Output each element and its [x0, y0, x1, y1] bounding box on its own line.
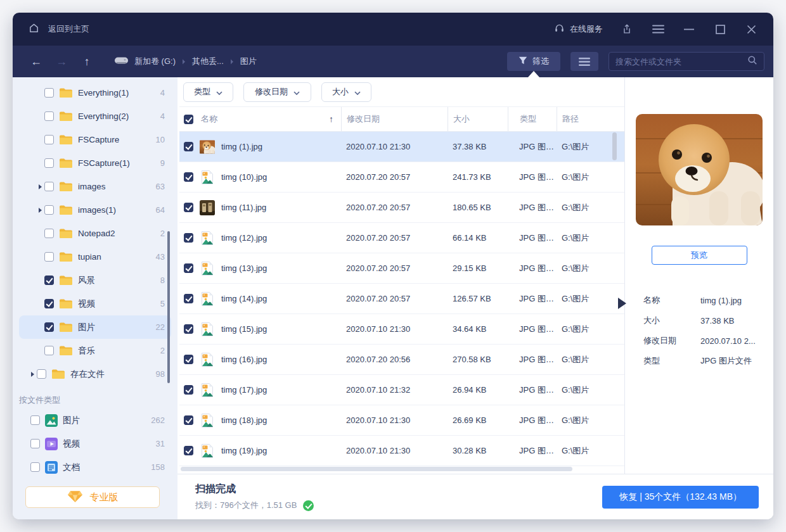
file-type-filter-item[interactable]: 文档158: [19, 455, 171, 479]
folder-checkbox[interactable]: [44, 182, 54, 191]
column-header-path[interactable]: 路径: [557, 107, 614, 131]
back-arrow-button[interactable]: ←: [29, 55, 43, 68]
folder-checkbox[interactable]: [44, 229, 54, 238]
file-row[interactable]: timg (12).jpg2020.07.20 20:5766.14 KBJPG…: [179, 223, 624, 253]
sidebar-folder-item[interactable]: 图片22: [19, 315, 171, 339]
folder-icon: [59, 111, 73, 122]
sidebar-folder-item[interactable]: 风景8: [19, 269, 171, 292]
sidebar-folder-item[interactable]: tupian43: [19, 245, 171, 269]
preview-button[interactable]: 预览: [652, 246, 747, 265]
horizontal-scrollbar[interactable]: [181, 467, 572, 471]
file-row[interactable]: timg (16).jpg2020.07.20 20:56270.58 KBJP…: [179, 345, 624, 375]
sidebar-folder-item[interactable]: 存在文件98: [19, 362, 171, 386]
file-row[interactable]: timg (15).jpg2020.07.10 21:3034.64 KBJPG…: [179, 314, 624, 345]
row-checkbox[interactable]: [184, 233, 193, 243]
sidebar-folder-item[interactable]: 音乐2: [19, 339, 171, 362]
breadcrumb-segment[interactable]: 其他丢...: [192, 56, 224, 67]
view-mode-button[interactable]: [570, 52, 598, 71]
folder-checkbox[interactable]: [44, 205, 54, 215]
row-checkbox[interactable]: [184, 385, 193, 395]
menu-button[interactable]: [651, 22, 665, 36]
sidebar-folder-item[interactable]: 视频5: [19, 292, 171, 315]
sidebar-folder-item[interactable]: FSCapture10: [19, 128, 171, 151]
file-row[interactable]: timg (17).jpg2020.07.10 21:3226.94 KBJPG…: [179, 375, 624, 405]
folder-checkbox[interactable]: [44, 322, 54, 332]
vertical-scrollbar[interactable]: [612, 132, 617, 160]
breadcrumb-segment[interactable]: 新加卷 (G:): [114, 56, 176, 67]
file-size: 270.58 KB: [448, 355, 508, 364]
type-checkbox[interactable]: [30, 415, 40, 425]
expand-arrow-icon[interactable]: [31, 372, 34, 377]
row-checkbox[interactable]: [184, 172, 193, 182]
sidebar-folder-item[interactable]: images(1)64: [19, 198, 171, 222]
item-count: 9: [160, 158, 171, 168]
close-button[interactable]: [744, 22, 758, 36]
folder-checkbox[interactable]: [37, 369, 46, 379]
row-checkbox[interactable]: [184, 446, 193, 455]
file-row[interactable]: timg (10).jpg2020.07.20 20:57241.73 KBJP…: [179, 162, 624, 193]
jpg-file-icon: [200, 231, 215, 246]
row-checkbox[interactable]: [184, 355, 193, 364]
sort-ascending-icon[interactable]: ↑: [329, 114, 333, 124]
sidebar-folder-item[interactable]: images63: [19, 175, 171, 198]
folder-checkbox[interactable]: [44, 158, 54, 168]
up-arrow-button[interactable]: ↑: [80, 55, 94, 68]
sidebar-folder-item[interactable]: Everything(1)4: [19, 81, 171, 104]
sidebar-scrollbar[interactable]: [167, 231, 170, 383]
minimize-button[interactable]: [682, 22, 696, 36]
sidebar-folder-item[interactable]: Notepad22: [19, 222, 171, 245]
recover-button[interactable]: 恢复 | 35个文件（132.43 MB）: [602, 486, 759, 509]
chevron-down-icon: [216, 87, 222, 97]
column-header-size[interactable]: 大小: [448, 107, 508, 131]
panel-collapse-handle[interactable]: [618, 298, 626, 309]
file-type-filter-item[interactable]: 图片262: [19, 408, 171, 432]
filter-chip[interactable]: 修改日期: [243, 82, 311, 102]
sidebar-folder-item[interactable]: FSCapture(1)9: [19, 151, 171, 175]
folder-checkbox[interactable]: [44, 88, 54, 98]
type-checkbox[interactable]: [30, 439, 40, 448]
folder-checkbox[interactable]: [44, 299, 54, 308]
folder-checkbox[interactable]: [44, 135, 54, 144]
pro-version-button[interactable]: 专业版: [25, 486, 160, 508]
type-checkbox[interactable]: [30, 462, 40, 472]
file-size: 37.38 KB: [448, 142, 508, 151]
file-row[interactable]: timg (11).jpg2020.07.20 20:57180.65 KBJP…: [179, 193, 624, 223]
online-service-button[interactable]: 在线服务: [554, 23, 603, 35]
column-header-type[interactable]: 类型: [508, 107, 557, 131]
back-to-home-button[interactable]: 返回到主页: [28, 22, 89, 37]
sidebar-folder-item[interactable]: Everything(2)4: [19, 104, 171, 128]
folder-checkbox[interactable]: [44, 346, 54, 355]
row-checkbox[interactable]: [184, 142, 193, 151]
folder-checkbox[interactable]: [44, 276, 54, 285]
file-type-filter-item[interactable]: 视频31: [19, 432, 171, 455]
row-checkbox[interactable]: [184, 415, 193, 425]
filter-button[interactable]: 筛选: [507, 52, 560, 71]
file-row[interactable]: timg (19).jpg2020.07.10 21:3030.28 KBJPG…: [179, 436, 624, 466]
filter-chip[interactable]: 类型: [183, 82, 233, 102]
expand-arrow-icon[interactable]: [39, 208, 42, 213]
select-all-checkbox[interactable]: [184, 115, 193, 124]
filter-chip[interactable]: 大小: [321, 82, 371, 102]
column-header-date[interactable]: 修改日期: [341, 107, 448, 131]
row-checkbox[interactable]: [184, 324, 193, 334]
file-row[interactable]: timg (1).jpg2020.07.10 21:3037.38 KBJPG …: [179, 132, 624, 162]
search-input[interactable]: [615, 57, 747, 66]
share-button[interactable]: [620, 22, 634, 36]
file-row[interactable]: timg (13).jpg2020.07.20 20:5729.15 KBJPG…: [179, 253, 624, 284]
file-row[interactable]: timg (18).jpg2020.07.10 21:3026.69 KBJPG…: [179, 405, 624, 436]
file-row[interactable]: timg (14).jpg2020.07.20 20:57126.57 KBJP…: [179, 284, 624, 314]
forward-arrow-button[interactable]: →: [55, 55, 68, 68]
row-checkbox[interactable]: [184, 203, 193, 212]
maximize-button[interactable]: [713, 22, 727, 36]
detail-row: 名称timg (1).jpg: [643, 290, 773, 310]
folder-checkbox[interactable]: [44, 111, 54, 121]
row-checkbox[interactable]: [184, 263, 193, 273]
expand-arrow-icon[interactable]: [39, 184, 42, 189]
file-size: 66.14 KB: [448, 233, 508, 243]
breadcrumb-segment[interactable]: 图片: [240, 56, 257, 67]
scan-status-title: 扫描完成: [195, 483, 314, 496]
column-header-name[interactable]: 名称 ↑: [179, 107, 341, 131]
detail-value: JPG 图片文件: [700, 355, 773, 367]
row-checkbox[interactable]: [184, 294, 193, 303]
folder-checkbox[interactable]: [44, 252, 54, 262]
